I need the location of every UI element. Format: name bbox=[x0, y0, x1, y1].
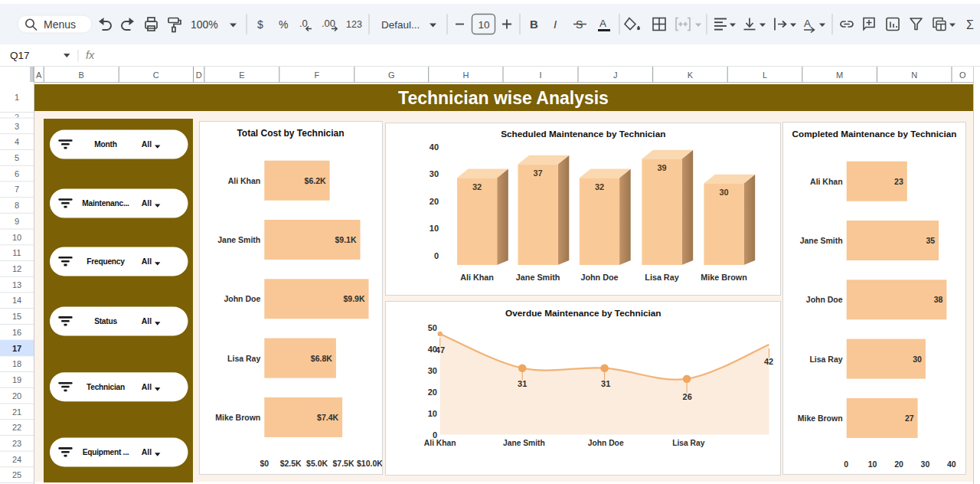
svg-text:31: 31 bbox=[518, 379, 527, 388]
svg-text:20: 20 bbox=[430, 197, 439, 206]
svg-text:Ali Khan: Ali Khan bbox=[424, 439, 456, 447]
svg-text:10: 10 bbox=[428, 409, 437, 418]
svg-text:All: All bbox=[142, 447, 152, 456]
svg-text:All: All bbox=[142, 316, 152, 325]
svg-text:Overdue Maintenance by Techni: Overdue Maintenance by Technician bbox=[505, 308, 661, 318]
svg-text:26: 26 bbox=[683, 392, 692, 401]
svg-text:30: 30 bbox=[720, 188, 729, 198]
svg-text:Jane Smith: Jane Smith bbox=[516, 273, 560, 282]
svg-text:37: 37 bbox=[534, 169, 543, 178]
svg-text:32: 32 bbox=[595, 183, 604, 192]
svg-text:Maintenanc...: Maintenanc... bbox=[82, 199, 129, 208]
svg-text:20: 20 bbox=[428, 388, 437, 397]
svg-text:$5.0K: $5.0K bbox=[306, 459, 328, 468]
svg-text:$9.9K: $9.9K bbox=[343, 294, 364, 303]
svg-text:Completed Maintenance by Tech: Completed Maintenance by Technician bbox=[792, 129, 957, 139]
svg-text:31: 31 bbox=[601, 379, 610, 388]
svg-text:10: 10 bbox=[430, 224, 439, 234]
svg-text:Jane Smith: Jane Smith bbox=[800, 237, 843, 245]
svg-text:Mike Brown: Mike Brown bbox=[701, 273, 748, 282]
svg-text:Jane Smith: Jane Smith bbox=[503, 439, 545, 447]
svg-text:0: 0 bbox=[844, 460, 849, 469]
svg-text:30: 30 bbox=[428, 366, 437, 375]
svg-text:Scheduled Maintenance by Tech: Scheduled Maintenance by Technician bbox=[501, 129, 666, 139]
svg-text:Month: Month bbox=[94, 140, 116, 149]
svg-text:38: 38 bbox=[934, 296, 943, 304]
svg-text:$7.5K: $7.5K bbox=[332, 459, 354, 468]
svg-text:$10.0K: $10.0K bbox=[357, 459, 382, 468]
svg-text:All: All bbox=[142, 198, 152, 208]
svg-text:$6.2K: $6.2K bbox=[305, 176, 326, 185]
svg-text:All: All bbox=[142, 382, 152, 391]
svg-text:John Doe: John Doe bbox=[224, 294, 260, 303]
svg-text:$7.4K: $7.4K bbox=[317, 413, 338, 422]
svg-text:All: All bbox=[142, 139, 152, 149]
svg-text:Frequency: Frequency bbox=[87, 257, 125, 266]
svg-text:Ali Khan: Ali Khan bbox=[228, 176, 261, 185]
svg-text:Ali Khan: Ali Khan bbox=[810, 178, 843, 186]
svg-text:John Doe: John Doe bbox=[581, 273, 619, 282]
svg-text:47: 47 bbox=[436, 345, 445, 355]
svg-text:23: 23 bbox=[894, 178, 903, 186]
svg-text:30: 30 bbox=[921, 460, 930, 469]
svg-text:Lisa Ray: Lisa Ray bbox=[645, 273, 679, 282]
svg-text:$6.8K: $6.8K bbox=[311, 354, 332, 363]
svg-text:Status: Status bbox=[94, 317, 117, 325]
svg-text:$0: $0 bbox=[260, 459, 269, 468]
svg-text:Mike Brown: Mike Brown bbox=[798, 414, 843, 423]
svg-text:30: 30 bbox=[913, 355, 923, 363]
svg-text:Equipment ...: Equipment ... bbox=[83, 448, 129, 456]
svg-text:Lisa Ray: Lisa Ray bbox=[810, 355, 843, 363]
svg-text:42: 42 bbox=[764, 357, 773, 366]
svg-text:35: 35 bbox=[926, 237, 936, 245]
svg-text:Lisa Ray: Lisa Ray bbox=[673, 439, 706, 447]
svg-text:All: All bbox=[142, 257, 152, 266]
svg-text:$9.1K: $9.1K bbox=[335, 235, 356, 244]
svg-text:50: 50 bbox=[428, 323, 437, 332]
svg-text:Technician: Technician bbox=[87, 383, 125, 391]
svg-text:0: 0 bbox=[433, 430, 437, 440]
svg-text:Mike Brown: Mike Brown bbox=[215, 413, 260, 422]
svg-text:John Doe: John Doe bbox=[588, 439, 624, 447]
svg-text:40: 40 bbox=[947, 460, 956, 469]
svg-text:Ali Khan: Ali Khan bbox=[461, 273, 495, 282]
svg-text:32: 32 bbox=[472, 183, 482, 192]
svg-text:Jane Smith: Jane Smith bbox=[217, 235, 260, 244]
svg-text:John Doe: John Doe bbox=[806, 296, 843, 304]
svg-text:Lisa Ray: Lisa Ray bbox=[227, 354, 260, 363]
svg-text:10: 10 bbox=[868, 460, 877, 469]
svg-text:$2.5K: $2.5K bbox=[280, 459, 302, 468]
svg-text:27: 27 bbox=[905, 414, 914, 423]
svg-text:30: 30 bbox=[430, 170, 439, 179]
svg-text:20: 20 bbox=[894, 460, 903, 469]
svg-text:40: 40 bbox=[430, 142, 439, 152]
svg-text:0: 0 bbox=[434, 251, 439, 260]
svg-text:39: 39 bbox=[658, 164, 667, 173]
svg-text:Total Cost by Technician: Total Cost by Technician bbox=[237, 128, 344, 139]
